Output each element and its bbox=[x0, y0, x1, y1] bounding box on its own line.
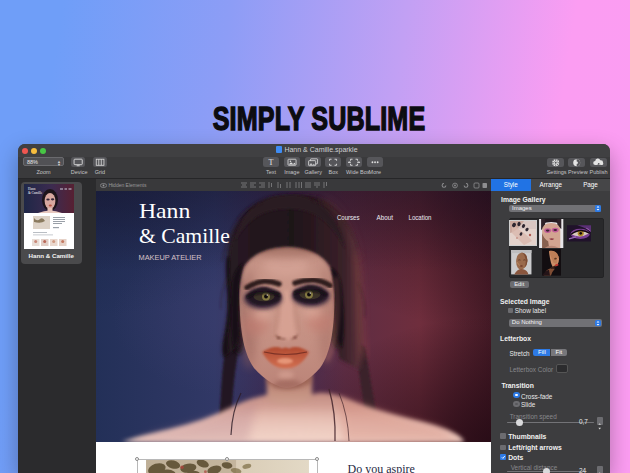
svg-text:T: T bbox=[269, 158, 274, 167]
svg-text:Location: Location bbox=[409, 214, 432, 221]
svg-text:& Camille: & Camille bbox=[139, 224, 230, 248]
svg-text:Courses: Courses bbox=[337, 214, 360, 221]
svg-text:MAKEUP ATELIER: MAKEUP ATELIER bbox=[139, 254, 202, 261]
svg-text:Hann: Hann bbox=[139, 199, 191, 223]
svg-text:& Camille: & Camille bbox=[28, 191, 43, 195]
svg-text:About: About bbox=[377, 214, 394, 221]
